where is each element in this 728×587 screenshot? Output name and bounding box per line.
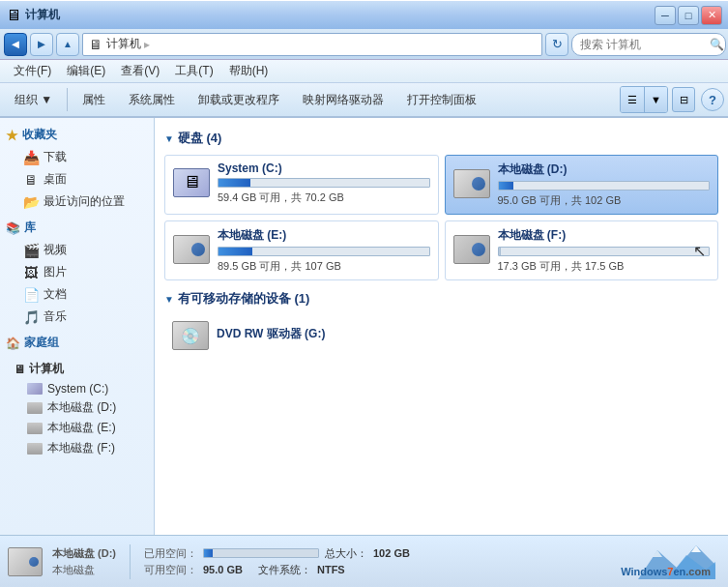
uninstall-button[interactable]: 卸载或更改程序 [188, 85, 290, 114]
drive-c-info: System (C:) 59.4 GB 可用，共 70.2 GB [218, 161, 430, 205]
content-area: ▼ 硬盘 (4) 🖥 System (C:) 59.4 GB 可用，共 70.2… [155, 118, 728, 535]
drive-card-e[interactable]: 本地磁盘 (E:) 89.5 GB 可用，共 107 GB [164, 220, 439, 280]
favorites-section: ★ 收藏夹 📥 下载 🖥 桌面 📂 最近访问的位置 [0, 124, 154, 213]
drive-f-big-icon [453, 235, 492, 266]
computer-sidebar-icon: 🖥 [14, 363, 25, 376]
forward-button[interactable]: ► [30, 33, 53, 56]
drive-d-bar [498, 181, 711, 191]
drive-e-big-icon [173, 235, 212, 266]
desktop-icon: 🖥 [23, 172, 39, 188]
sidebar-item-doc[interactable]: 📄 文档 [2, 283, 152, 306]
homegroup-header[interactable]: 🏠 家庭组 [0, 332, 154, 354]
sidebar-computer-item[interactable]: 🖥 计算机 [0, 358, 154, 380]
search-input[interactable] [571, 33, 726, 56]
refresh-button[interactable]: ↻ [545, 33, 568, 56]
drive-card-f[interactable]: 本地磁盘 (F:) 17.3 GB 可用，共 17.5 GB ↖ [445, 220, 719, 280]
dvd-drive-card[interactable]: 💿 DVD RW 驱动器 (G:) [164, 315, 718, 356]
recent-icon: 📂 [23, 194, 39, 210]
status-row-mid: 本地磁盘 [52, 563, 116, 577]
drive-card-c[interactable]: 🖥 System (C:) 59.4 GB 可用，共 70.2 GB [164, 155, 439, 215]
sidebar-drive-d[interactable]: 本地磁盘 (D:) [0, 397, 154, 418]
drive-d-fill [499, 182, 513, 190]
minimize-button[interactable]: ─ [655, 6, 676, 25]
sidebar-drive-f[interactable]: 本地磁盘 (F:) [0, 438, 154, 458]
menu-bar: 文件(F) 编辑(E) 查看(V) 工具(T) 帮助(H) [0, 60, 728, 83]
drive-card-d-top: 本地磁盘 (D:) 95.0 GB 可用，共 102 GB [453, 161, 711, 208]
help-button[interactable]: ? [701, 88, 724, 111]
drive-c-icon [27, 383, 43, 395]
view-split-button[interactable]: ⊟ [672, 87, 695, 112]
status-drive-label: 本地磁盘 (D:) [52, 546, 116, 561]
status-info: 本地磁盘 (D:) 本地磁盘 [52, 546, 116, 577]
sidebar-item-downloads[interactable]: 📥 下载 [2, 146, 152, 168]
doc-icon: 📄 [23, 287, 39, 303]
drive-card-d[interactable]: 本地磁盘 (D:) 95.0 GB 可用，共 102 GB [445, 155, 719, 215]
status-detail-info: 已用空间： 总大小： 102 GB 可用空间： 95.0 GB 文件系统： NT… [144, 546, 410, 577]
system-props-button[interactable]: 系统属性 [118, 85, 186, 114]
search-icon: 🔍 [710, 38, 724, 51]
close-button[interactable]: ✕ [701, 6, 722, 25]
drive-d-hdd [453, 169, 490, 198]
menu-edit[interactable]: 编辑(E) [59, 61, 113, 81]
status-bar: 本地磁盘 (D:) 本地磁盘 已用空间： 总大小： 102 GB 可用空间： 9… [0, 535, 728, 587]
menu-file[interactable]: 文件(F) [6, 61, 59, 81]
status-used-fill [204, 549, 213, 557]
win7-brand: Windows [621, 566, 667, 577]
organize-button[interactable]: 组织 ▼ [4, 85, 63, 114]
view-dropdown-button[interactable]: ▼ [644, 87, 667, 112]
menu-help[interactable]: 帮助(H) [221, 61, 277, 81]
address-path[interactable]: 🖥 计算机 ▸ [82, 33, 542, 56]
drive-c-big-icon: 🖥 [173, 168, 212, 199]
win7-dotcom: .com [685, 566, 711, 577]
library-header[interactable]: 📚 库 [0, 217, 154, 239]
drive-f-info: 本地磁盘 (F:) 17.3 GB 可用，共 17.5 GB [498, 227, 711, 274]
window-title: 计算机 [25, 7, 653, 23]
photo-icon: 🖼 [23, 265, 39, 280]
drive-e-icon [27, 423, 43, 434]
up-button[interactable]: ▲ [56, 33, 79, 56]
sidebar-drive-c[interactable]: System (C:) [0, 380, 154, 397]
homegroup-section: 🏠 家庭组 [0, 332, 154, 354]
open-control-button[interactable]: 打开控制面板 [396, 85, 487, 114]
sidebar-item-photo[interactable]: 🖼 图片 [2, 261, 152, 283]
view-list-button[interactable]: ☰ [621, 87, 644, 112]
dvd-icon: 💿 [172, 321, 209, 350]
drive-c-hdd: 🖥 [173, 168, 210, 197]
status-free-value: 95.0 GB [203, 564, 243, 575]
map-network-button[interactable]: 映射网络驱动器 [292, 85, 394, 114]
view-buttons: ☰ ▼ [620, 86, 668, 113]
drive-d-info: 本地磁盘 (D:) 95.0 GB 可用，共 102 GB [498, 161, 711, 208]
sidebar-item-desktop[interactable]: 🖥 桌面 [2, 168, 152, 191]
status-total-label: 总大小： [325, 546, 367, 561]
drive-card-c-top: 🖥 System (C:) 59.4 GB 可用，共 70.2 GB [173, 161, 430, 205]
menu-view[interactable]: 查看(V) [113, 61, 167, 81]
hard-disk-arrow[interactable]: ▼ [164, 133, 174, 144]
sidebar-item-video[interactable]: 🎬 视频 [2, 239, 152, 261]
computer-section: 🖥 计算机 System (C:) 本地磁盘 (D:) 本地磁盘 (E:) 本地… [0, 358, 154, 458]
status-used-row: 已用空间： 总大小： 102 GB [144, 546, 410, 561]
back-button[interactable]: ◄ [4, 33, 27, 56]
music-icon: 🎵 [23, 309, 39, 325]
hard-disk-section-header: ▼ 硬盘 (4) [164, 130, 718, 147]
downloads-icon: 📥 [23, 150, 39, 165]
sidebar-drive-e[interactable]: 本地磁盘 (E:) [0, 418, 154, 438]
sidebar-item-recent[interactable]: 📂 最近访问的位置 [2, 191, 152, 213]
drive-c-bar [218, 178, 430, 188]
video-icon: 🎬 [23, 243, 39, 258]
toolbar-separator-1 [67, 88, 68, 111]
drive-d-size: 95.0 GB 可用，共 102 GB [498, 193, 711, 208]
sidebar-item-music[interactable]: 🎵 音乐 [2, 306, 152, 328]
properties-button[interactable]: 属性 [72, 85, 116, 114]
drive-d-icon [27, 402, 43, 414]
title-bar: 🖥 计算机 ─ □ ✕ [0, 0, 728, 29]
drive-f-icon [27, 443, 43, 455]
removable-section-header: ▼ 有可移动存储的设备 (1) [164, 290, 718, 308]
drive-f-size: 17.3 GB 可用，共 17.5 GB [498, 259, 711, 274]
favorites-header[interactable]: ★ 收藏夹 [0, 124, 154, 146]
removable-arrow[interactable]: ▼ [164, 294, 174, 305]
address-bar: ◄ ► ▲ 🖥 计算机 ▸ ↻ 🔍 [0, 29, 728, 60]
status-divider [130, 544, 131, 579]
menu-tools[interactable]: 工具(T) [167, 61, 220, 81]
drive-c-name: System (C:) [218, 161, 430, 175]
maximize-button[interactable]: □ [678, 6, 699, 25]
